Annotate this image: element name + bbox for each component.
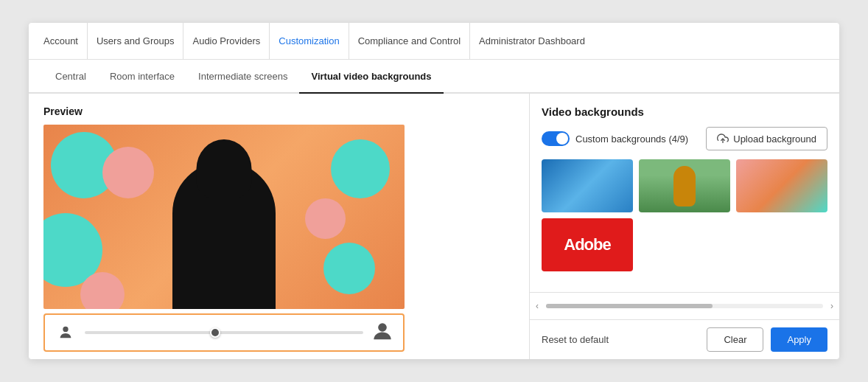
slider-track-bg [85, 331, 363, 334]
top-nav: Account Users and Groups Audio Providers… [29, 23, 839, 60]
custom-backgrounds-toggle[interactable] [542, 131, 570, 146]
svg-point-0 [63, 327, 68, 332]
nav-users-groups[interactable]: Users and Groups [88, 23, 184, 59]
svg-point-1 [378, 323, 387, 332]
right-panel-inner: Video backgrounds Custom backgrounds (4/… [530, 94, 839, 292]
scroll-arrows: ‹ › [530, 292, 839, 319]
video-backgrounds-title: Video backgrounds [542, 105, 827, 118]
scroll-bar-thumb [546, 304, 713, 308]
preview-background [43, 125, 405, 309]
reset-to-default-link[interactable]: Reset to default [542, 334, 609, 345]
scroll-bar[interactable] [546, 304, 823, 308]
right-panel: Video backgrounds Custom backgrounds (4/… [530, 94, 839, 359]
blur-slider-control[interactable] [43, 313, 405, 352]
apply-button[interactable]: Apply [771, 327, 827, 352]
nav-audio-providers[interactable]: Audio Providers [183, 23, 270, 59]
deco-circle-5 [331, 139, 390, 198]
nav-administrator-dashboard[interactable]: Administrator Dashboard [470, 23, 594, 59]
deco-circle-7 [323, 243, 375, 294]
toggle-row: Custom backgrounds (4/9) Upload backgrou… [542, 127, 827, 150]
upload-button-label: Upload background [733, 133, 816, 145]
adobe-logo-text: Adobe [564, 235, 610, 254]
preview-panel: Preview [29, 94, 530, 359]
toggle-label: Custom backgrounds (4/9) [575, 133, 688, 145]
thumbnail-person[interactable] [639, 159, 730, 212]
scroll-left-arrow[interactable]: ‹ [530, 296, 545, 316]
deco-circle-6 [305, 198, 346, 239]
preview-image-wrapper [43, 125, 514, 352]
slider-thumb[interactable] [210, 327, 220, 338]
page-wrapper: Account Users and Groups Audio Providers… [0, 0, 868, 382]
upload-icon [717, 133, 729, 145]
preview-image [43, 125, 405, 309]
scroll-right-arrow[interactable]: › [825, 296, 839, 316]
deco-circle-4 [80, 272, 125, 309]
person-silhouette [172, 162, 276, 309]
thumbnail-blue[interactable] [542, 159, 633, 212]
subnav-room-interface[interactable]: Room interface [98, 60, 186, 92]
toggle-left: Custom backgrounds (4/9) [542, 131, 688, 146]
nav-customization[interactable]: Customization [270, 23, 349, 59]
subnav-central[interactable]: Central [43, 60, 98, 92]
clear-button[interactable]: Clear [707, 327, 763, 352]
main-card: Account Users and Groups Audio Providers… [29, 23, 839, 359]
thumbnail-colorful[interactable] [736, 159, 827, 212]
deco-circle-2 [102, 147, 154, 198]
preview-title: Preview [43, 105, 514, 117]
nav-account[interactable]: Account [43, 23, 88, 59]
content-area: Preview [29, 94, 839, 359]
subnav-virtual-video-backgrounds[interactable]: Virtual video backgrounds [299, 60, 443, 92]
thumbnails-grid: Adobe [542, 159, 827, 271]
small-person-icon [55, 322, 76, 343]
bottom-buttons: Clear Apply [707, 327, 827, 352]
subnav-intermediate-screens[interactable]: Intermediate screens [186, 60, 299, 92]
upload-background-button[interactable]: Upload background [706, 127, 827, 150]
thumbnail-adobe[interactable]: Adobe [542, 218, 633, 271]
nav-compliance-control[interactable]: Compliance and Control [349, 23, 470, 59]
thumb-person-shape [673, 166, 696, 206]
bottom-bar: Reset to default Clear Apply [530, 319, 839, 359]
sub-nav: Central Room interface Intermediate scre… [29, 60, 839, 94]
large-person-icon [372, 322, 393, 343]
slider-track[interactable] [85, 331, 363, 334]
